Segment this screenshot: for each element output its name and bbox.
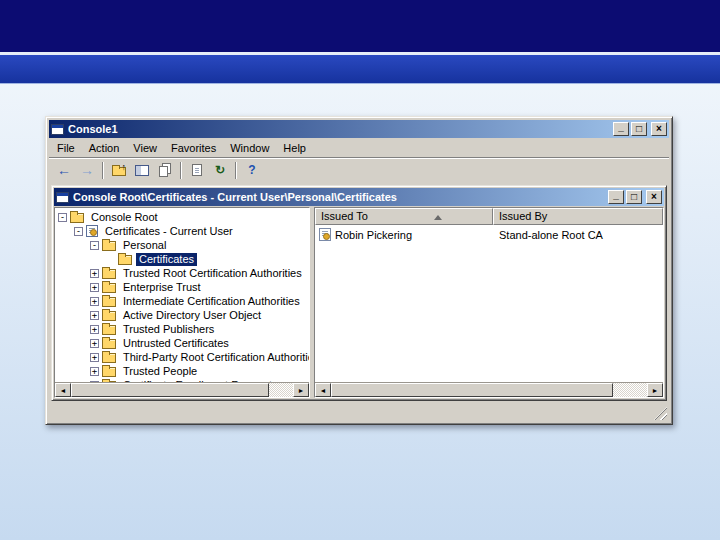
tree-item-console-root[interactable]: - Console Root bbox=[55, 210, 309, 224]
menu-window[interactable]: Window bbox=[223, 140, 276, 156]
folder-icon bbox=[102, 269, 116, 279]
tree-horizontal-scrollbar[interactable]: ◄ ► bbox=[55, 382, 309, 397]
tree-item-trusted-root-cas[interactable]: + Trusted Root Certification Authorities bbox=[55, 266, 309, 280]
child-minimize-button[interactable]: _ bbox=[608, 190, 624, 204]
console-window-icon bbox=[51, 124, 64, 135]
certificates-snapin-icon bbox=[86, 225, 98, 237]
column-header-issued-to[interactable]: Issued To bbox=[315, 208, 493, 225]
column-header-issued-by[interactable]: Issued By bbox=[493, 208, 663, 225]
tree-item-label: Intermediate Certification Authorities bbox=[120, 295, 303, 308]
expand-icon[interactable]: + bbox=[90, 353, 99, 362]
maximize-button[interactable]: □ bbox=[631, 122, 647, 136]
expand-icon[interactable]: + bbox=[90, 269, 99, 278]
up-one-level-button[interactable] bbox=[108, 160, 130, 181]
scroll-left-button[interactable]: ◄ bbox=[315, 383, 331, 397]
column-header-label: Issued By bbox=[499, 210, 547, 222]
tree-item-trusted-publishers[interactable]: + Trusted Publishers bbox=[55, 322, 309, 336]
tree-item-intermediate-cas[interactable]: + Intermediate Certification Authorities bbox=[55, 294, 309, 308]
window-titlebar[interactable]: Console1 _ □ × bbox=[49, 120, 669, 138]
folder-icon bbox=[102, 311, 116, 321]
tree-item-label: Certificates - Current User bbox=[102, 225, 236, 238]
refresh-button[interactable]: ↻ bbox=[209, 160, 231, 181]
menu-help[interactable]: Help bbox=[276, 140, 313, 156]
back-button[interactable]: ← bbox=[53, 160, 75, 181]
menu-file[interactable]: File bbox=[50, 140, 82, 156]
certificates-child-window: Console Root\Certificates - Current User… bbox=[51, 185, 667, 401]
folder-icon bbox=[102, 297, 116, 307]
menu-favorites[interactable]: Favorites bbox=[164, 140, 223, 156]
folder-icon bbox=[102, 381, 116, 383]
folder-icon bbox=[102, 367, 116, 377]
tree-item-label: Trusted People bbox=[120, 365, 200, 378]
show-hide-tree-icon bbox=[135, 165, 149, 176]
console-tree-pane: - Console Root - Certificates - Current … bbox=[54, 207, 310, 398]
expand-icon[interactable]: + bbox=[90, 283, 99, 292]
forward-button[interactable]: → bbox=[76, 160, 98, 181]
tree-item-certificates-selected[interactable]: Certificates bbox=[55, 252, 309, 266]
collapse-icon[interactable]: - bbox=[74, 227, 83, 236]
properties-button[interactable] bbox=[186, 160, 208, 181]
expand-icon[interactable]: + bbox=[90, 297, 99, 306]
column-header-label: Issued To bbox=[321, 210, 368, 222]
toolbar: ← → ↻ ? bbox=[49, 157, 669, 183]
minimize-button[interactable]: _ bbox=[613, 122, 629, 136]
toolbar-separator bbox=[180, 162, 182, 179]
help-button[interactable]: ? bbox=[241, 160, 263, 181]
tree-item-ad-user-object[interactable]: + Active Directory User Object bbox=[55, 308, 309, 322]
scroll-thumb[interactable] bbox=[71, 383, 269, 397]
scroll-track[interactable] bbox=[331, 383, 647, 397]
tree-item-label: Console Root bbox=[88, 211, 161, 224]
menu-bar: File Action View Favorites Window Help bbox=[49, 138, 669, 157]
scroll-right-button[interactable]: ► bbox=[647, 383, 663, 397]
folder-open-icon bbox=[118, 255, 132, 265]
mmc-console-window: Console1 _ □ × File Action View Favorite… bbox=[45, 116, 673, 425]
expander-spacer bbox=[106, 255, 115, 264]
tree-item-enterprise-trust[interactable]: + Enterprise Trust bbox=[55, 280, 309, 294]
toolbar-separator bbox=[235, 162, 237, 179]
up-one-level-icon bbox=[112, 167, 126, 176]
child-titlebar[interactable]: Console Root\Certificates - Current User… bbox=[54, 188, 664, 206]
copy-button[interactable] bbox=[154, 160, 176, 181]
scroll-track[interactable] bbox=[71, 383, 293, 397]
tree-item-untrusted-certificates[interactable]: + Untrusted Certificates bbox=[55, 336, 309, 350]
collapse-icon[interactable]: - bbox=[90, 241, 99, 250]
properties-icon bbox=[192, 164, 202, 176]
child-maximize-button[interactable]: □ bbox=[626, 190, 642, 204]
expand-icon[interactable]: + bbox=[90, 367, 99, 376]
close-button[interactable]: × bbox=[651, 122, 667, 136]
mdi-client-area: Console Root\Certificates - Current User… bbox=[49, 183, 669, 421]
resize-grip[interactable] bbox=[654, 407, 667, 420]
menu-action[interactable]: Action bbox=[82, 140, 127, 156]
slide-header-bar bbox=[0, 0, 720, 52]
tree-item-label: Personal bbox=[120, 239, 169, 252]
certificate-row[interactable]: Robin Pickering Stand-alone Root CA bbox=[315, 227, 663, 242]
toolbar-separator bbox=[102, 162, 104, 179]
copy-icon bbox=[159, 166, 168, 177]
show-hide-tree-button[interactable] bbox=[131, 160, 153, 181]
collapse-icon[interactable]: - bbox=[58, 213, 67, 222]
scroll-right-button[interactable]: ► bbox=[293, 383, 309, 397]
folder-icon bbox=[102, 241, 116, 251]
tree-item-label: Trusted Root Certification Authorities bbox=[120, 267, 305, 280]
menu-view[interactable]: View bbox=[126, 140, 164, 156]
expand-icon[interactable]: + bbox=[90, 339, 99, 348]
tree-item-personal[interactable]: - Personal bbox=[55, 238, 309, 252]
expand-icon[interactable]: + bbox=[90, 311, 99, 320]
sort-ascending-icon bbox=[434, 215, 442, 220]
scroll-thumb[interactable] bbox=[331, 383, 613, 397]
certificate-icon bbox=[319, 228, 331, 241]
issued-by-value: Stand-alone Root CA bbox=[493, 229, 663, 241]
folder-icon bbox=[102, 325, 116, 335]
tree-item-third-party-root-cas[interactable]: + Third-Party Root Certification Authori… bbox=[55, 350, 309, 364]
scroll-left-button[interactable]: ◄ bbox=[55, 383, 71, 397]
list-horizontal-scrollbar[interactable]: ◄ ► bbox=[315, 382, 663, 397]
tree-item-label: Enterprise Trust bbox=[120, 281, 204, 294]
expand-icon[interactable]: + bbox=[90, 325, 99, 334]
tree-item-label: Trusted Publishers bbox=[120, 323, 217, 336]
tree-item-certificates-current-user[interactable]: - Certificates - Current User bbox=[55, 224, 309, 238]
child-close-button[interactable]: × bbox=[646, 190, 662, 204]
child-window-title: Console Root\Certificates - Current User… bbox=[73, 191, 606, 203]
list-column-headers: Issued To Issued By bbox=[315, 208, 663, 225]
tree-item-trusted-people[interactable]: + Trusted People bbox=[55, 364, 309, 378]
back-icon: ← bbox=[57, 163, 71, 177]
